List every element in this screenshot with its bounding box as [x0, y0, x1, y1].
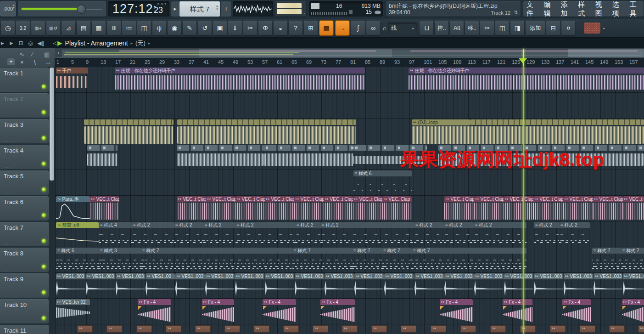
track-mute-led[interactable]: [42, 110, 46, 114]
audio-waveform[interactable]: [177, 153, 264, 166]
slide-tool-icon[interactable]: ⊔: [420, 21, 433, 35]
clip-patternD[interactable]: ≡样式 7: [621, 248, 644, 272]
clip-ves[interactable]: ↦VES1..003: [235, 273, 264, 297]
track-mute-led[interactable]: [42, 162, 46, 166]
clip-patternD[interactable]: ≡样式 3: [99, 248, 141, 272]
clip-ves[interactable]: ↦VES1..0: [623, 273, 644, 297]
mini-clip[interactable]: ↦: [490, 325, 506, 333]
playlist-titlebar[interactable]: ▶►⊡◎◀∥ ◁▶ Playlist - Arrangement ▸ (无) ▸: [0, 38, 644, 48]
track-mute-led[interactable]: [42, 187, 46, 192]
menu-item-文件[interactable]: 文件: [523, 0, 540, 18]
micro-clip-strip[interactable]: [470, 119, 644, 125]
playhead-marker[interactable]: [519, 58, 527, 68]
record-audio-icon[interactable]: Φ: [258, 21, 272, 35]
clip-ves[interactable]: ↦VES1..003: [175, 273, 205, 297]
clip-pattern[interactable]: ≡样式 2: [474, 222, 526, 246]
add-button[interactable]: 添加: [526, 21, 545, 35]
clip-p6[interactable]: ≡样式 6: [353, 170, 412, 194]
slip-tool-icon[interactable]: ⊟: [546, 21, 560, 35]
move-button[interactable]: 移..: [465, 21, 479, 35]
clip-ves[interactable]: ↦VES1..003: [564, 273, 593, 297]
export-icon[interactable]: ⇓: [228, 21, 242, 35]
save-icon[interactable]: ▣: [213, 21, 227, 35]
clip-ves[interactable]: ↦VES1..003: [56, 273, 85, 297]
pattern-play-button[interactable]: ▶: [171, 1, 179, 17]
audio-waveform[interactable]: [84, 126, 174, 144]
mini-clip[interactable]: ↦: [580, 325, 595, 333]
clip-clap[interactable]: ↦VEC..t Clap: [563, 196, 593, 220]
track-lane[interactable]: ≡样式 6: [55, 170, 644, 196]
mini-clip[interactable]: ↦: [283, 325, 299, 333]
menu-item-视图[interactable]: 视图: [592, 0, 609, 18]
copy-icon[interactable]: ◫: [495, 21, 509, 35]
zoom-icon[interactable]: ◎: [28, 40, 33, 46]
song-mode-icon[interactable]: →: [335, 20, 350, 36]
track-options-dots[interactable]: ...: [5, 189, 11, 194]
track-name-panel[interactable]: Track 9...: [0, 273, 49, 298]
clip-pattern[interactable]: ≡样式 2: [534, 222, 559, 246]
menu-item-工具[interactable]: 工具: [627, 0, 644, 18]
clip-clap[interactable]: ↦VEC..t Clap: [177, 196, 206, 220]
undo-icon[interactable]: ↺: [198, 21, 212, 35]
track-scrollbar-thumb[interactable]: [50, 68, 54, 181]
arrangement-name[interactable]: (无): [135, 39, 146, 47]
hint-bubble-icon[interactable]: ◒: [274, 21, 287, 35]
track-mute-led[interactable]: [42, 136, 46, 140]
playlist-minimap[interactable]: ‹: [55, 48, 644, 58]
pattern-add-button[interactable]: +: [221, 1, 231, 17]
scroll-left-button[interactable]: ‹: [55, 49, 62, 57]
pattern-mode-icon[interactable]: ▦: [319, 20, 334, 36]
clip-purple[interactable]: ↦庄妮 - 你在他乡还好吗干声: [409, 68, 644, 91]
track-name-panel[interactable]: Track 4...: [0, 145, 49, 169]
clip-ves[interactable]: ↦VES1..003: [325, 273, 354, 297]
track-name-panel[interactable]: Track 3...: [0, 119, 49, 143]
typing-keyboard-icon[interactable]: 3.2: [16, 21, 30, 35]
minimap-view-region[interactable]: [199, 49, 392, 57]
clip-ves[interactable]: ↦VES1..003: [504, 273, 533, 297]
track-options-dots[interactable]: ...: [5, 164, 11, 169]
clip-patternD[interactable]: ≡样式 7: [352, 248, 382, 272]
track-name-panel[interactable]: Track 11...: [0, 325, 49, 334]
clip-pattern[interactable]: ≡样式 2: [132, 222, 174, 246]
clip-ves[interactable]: ↦VES1..003: [594, 273, 622, 297]
track-mute-led[interactable]: [42, 265, 46, 269]
clip-ves[interactable]: ↦VES1..003: [265, 273, 294, 297]
clip-clap[interactable]: ↦VEC..t Clap: [206, 196, 235, 220]
clip-purple[interactable]: ↦庄妮 - 你在他乡还好吗干声: [115, 68, 365, 91]
clip-pattern[interactable]: ≡样式 2: [295, 222, 320, 246]
delete-tool-icon[interactable]: ×: [20, 59, 24, 66]
envelope-panel-icon[interactable]: ⊿: [62, 21, 75, 35]
glue-icon[interactable]: ✎: [183, 21, 196, 35]
audio-waveform[interactable]: [264, 153, 353, 166]
track-mute-led[interactable]: [42, 290, 46, 294]
mini-clip[interactable]: ↦: [401, 325, 416, 333]
clip-clap[interactable]: ↦VEC..t Clap: [294, 196, 324, 220]
track-options-dots[interactable]: ...: [5, 138, 11, 143]
mini-clip[interactable]: ↦: [313, 325, 328, 333]
clip-clap[interactable]: ↦VEC..t Clap: [593, 196, 623, 220]
add-track-button[interactable]: +: [7, 58, 15, 65]
link-icon[interactable]: ∞: [366, 21, 380, 35]
clip-clap[interactable]: ↦VEC..t Clap: [353, 196, 382, 220]
clip-fx[interactable]: ↦Fx - 4: [622, 299, 644, 323]
browser-icon[interactable]: ≔: [122, 21, 136, 35]
menu-item-添加[interactable]: 添加: [558, 0, 575, 18]
menu-item-选项[interactable]: 选项: [609, 0, 626, 18]
audio-clip-filter-icon[interactable]: ∿: [19, 51, 24, 58]
micro-clip-strip[interactable]: [177, 119, 356, 125]
clip-fx[interactable]: ↦Fx - 4: [263, 299, 296, 323]
help-icon[interactable]: ?: [289, 21, 302, 35]
snap-selector[interactable]: 线▸: [388, 23, 417, 34]
resource-monitor[interactable]: 16 913 MB 15: [309, 1, 383, 17]
mini-clip[interactable]: ↦: [106, 325, 122, 333]
track-options-dots[interactable]: ...: [5, 266, 11, 272]
track-lane[interactable]: [55, 93, 644, 119]
clip-pattern[interactable]: ≡样式 2: [203, 222, 235, 246]
micro-clip-strip[interactable]: [84, 119, 174, 125]
clip-ves[interactable]: ↦VES1..00: [146, 273, 175, 297]
automation-filter-icon[interactable]: ∕: [32, 51, 33, 58]
alt-button[interactable]: Alt: [450, 21, 464, 35]
view-layout-icon[interactable]: ⊞: [304, 21, 318, 35]
clip-clap[interactable]: ↦VEC..t Clap: [474, 196, 504, 220]
mixer-icon[interactable]: ‖‖: [107, 21, 121, 35]
